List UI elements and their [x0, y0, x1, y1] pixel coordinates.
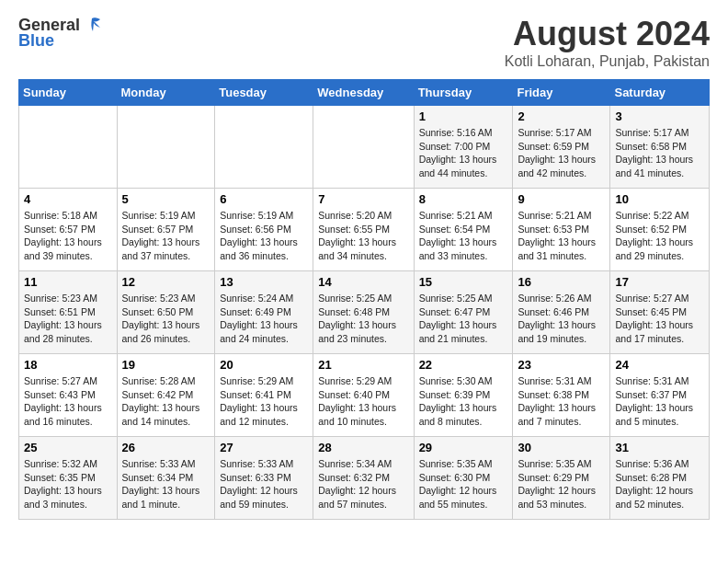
day-number: 6 [220, 192, 308, 206]
day-number: 2 [518, 109, 605, 123]
day-cell-23: 23Sunrise: 5:31 AM Sunset: 6:38 PM Dayli… [513, 354, 610, 437]
day-cell-3: 3Sunrise: 5:17 AM Sunset: 6:58 PM Daylig… [610, 106, 710, 189]
week-row-1: 1Sunrise: 5:16 AM Sunset: 7:00 PM Daylig… [19, 106, 710, 189]
day-cell-11: 11Sunrise: 5:23 AM Sunset: 6:51 PM Dayli… [19, 271, 118, 354]
day-number: 5 [122, 192, 210, 206]
day-cell-empty [313, 106, 414, 189]
header-monday: Monday [117, 80, 215, 106]
day-number: 29 [419, 441, 508, 454]
day-info: Sunrise: 5:27 AM Sunset: 6:43 PM Dayligh… [24, 374, 112, 429]
day-info: Sunrise: 5:35 AM Sunset: 6:30 PM Dayligh… [419, 457, 508, 511]
day-cell-12: 12Sunrise: 5:23 AM Sunset: 6:50 PM Dayli… [117, 271, 215, 354]
day-info: Sunrise: 5:31 AM Sunset: 6:37 PM Dayligh… [615, 374, 704, 429]
day-cell-10: 10Sunrise: 5:22 AM Sunset: 6:52 PM Dayli… [610, 189, 710, 271]
day-number: 7 [318, 192, 408, 206]
day-cell-28: 28Sunrise: 5:34 AM Sunset: 6:32 PM Dayli… [313, 437, 414, 520]
day-info: Sunrise: 5:19 AM Sunset: 6:56 PM Dayligh… [220, 209, 308, 263]
day-info: Sunrise: 5:21 AM Sunset: 6:54 PM Dayligh… [419, 209, 508, 263]
day-number: 28 [318, 441, 408, 454]
day-info: Sunrise: 5:25 AM Sunset: 6:48 PM Dayligh… [318, 292, 408, 346]
day-info: Sunrise: 5:24 AM Sunset: 6:49 PM Dayligh… [220, 292, 308, 346]
day-info: Sunrise: 5:35 AM Sunset: 6:29 PM Dayligh… [518, 457, 605, 511]
header-tuesday: Tuesday [215, 80, 313, 106]
day-info: Sunrise: 5:23 AM Sunset: 6:51 PM Dayligh… [24, 292, 112, 346]
day-number: 22 [419, 358, 508, 372]
day-cell-18: 18Sunrise: 5:27 AM Sunset: 6:43 PM Dayli… [19, 354, 118, 437]
day-cell-empty [117, 106, 215, 189]
week-row-2: 4Sunrise: 5:18 AM Sunset: 6:57 PM Daylig… [19, 189, 710, 271]
header-friday: Friday [513, 80, 610, 106]
day-cell-22: 22Sunrise: 5:30 AM Sunset: 6:39 PM Dayli… [414, 354, 513, 437]
day-number: 8 [419, 192, 508, 206]
day-info: Sunrise: 5:21 AM Sunset: 6:53 PM Dayligh… [518, 209, 605, 263]
day-cell-8: 8Sunrise: 5:21 AM Sunset: 6:54 PM Daylig… [414, 189, 513, 271]
day-info: Sunrise: 5:17 AM Sunset: 6:59 PM Dayligh… [518, 126, 605, 180]
day-number: 3 [615, 109, 704, 123]
day-cell-29: 29Sunrise: 5:35 AM Sunset: 6:30 PM Dayli… [414, 437, 513, 520]
day-number: 11 [24, 275, 112, 289]
day-number: 4 [24, 192, 112, 206]
header-thursday: Thursday [414, 80, 513, 106]
day-cell-27: 27Sunrise: 5:33 AM Sunset: 6:33 PM Dayli… [215, 437, 313, 520]
logo: General Blue [18, 15, 102, 51]
day-number: 24 [615, 358, 704, 372]
day-number: 17 [615, 275, 704, 289]
day-number: 14 [318, 275, 408, 289]
day-cell-16: 16Sunrise: 5:26 AM Sunset: 6:46 PM Dayli… [513, 271, 610, 354]
day-number: 20 [220, 358, 308, 372]
day-info: Sunrise: 5:26 AM Sunset: 6:46 PM Dayligh… [518, 292, 605, 346]
logo-bird-icon [82, 15, 102, 35]
day-number: 30 [518, 441, 605, 454]
day-info: Sunrise: 5:29 AM Sunset: 6:41 PM Dayligh… [220, 374, 308, 429]
day-info: Sunrise: 5:31 AM Sunset: 6:38 PM Dayligh… [518, 374, 605, 429]
day-number: 1 [419, 109, 508, 123]
week-row-3: 11Sunrise: 5:23 AM Sunset: 6:51 PM Dayli… [19, 271, 710, 354]
day-number: 18 [24, 358, 112, 372]
day-info: Sunrise: 5:25 AM Sunset: 6:47 PM Dayligh… [419, 292, 508, 346]
day-cell-9: 9Sunrise: 5:21 AM Sunset: 6:53 PM Daylig… [513, 189, 610, 271]
header-saturday: Saturday [610, 80, 710, 106]
header-wednesday: Wednesday [313, 80, 414, 106]
day-info: Sunrise: 5:23 AM Sunset: 6:50 PM Dayligh… [122, 292, 210, 346]
day-info: Sunrise: 5:33 AM Sunset: 6:33 PM Dayligh… [220, 457, 308, 511]
day-info: Sunrise: 5:36 AM Sunset: 6:28 PM Dayligh… [615, 457, 704, 511]
week-row-4: 18Sunrise: 5:27 AM Sunset: 6:43 PM Dayli… [19, 354, 710, 437]
day-number: 12 [122, 275, 210, 289]
day-cell-7: 7Sunrise: 5:20 AM Sunset: 6:55 PM Daylig… [313, 189, 414, 271]
day-number: 16 [518, 275, 605, 289]
day-cell-26: 26Sunrise: 5:33 AM Sunset: 6:34 PM Dayli… [117, 437, 215, 520]
day-cell-13: 13Sunrise: 5:24 AM Sunset: 6:49 PM Dayli… [215, 271, 313, 354]
day-cell-17: 17Sunrise: 5:27 AM Sunset: 6:45 PM Dayli… [610, 271, 710, 354]
day-info: Sunrise: 5:20 AM Sunset: 6:55 PM Dayligh… [318, 209, 408, 263]
day-info: Sunrise: 5:17 AM Sunset: 6:58 PM Dayligh… [615, 126, 704, 180]
day-cell-30: 30Sunrise: 5:35 AM Sunset: 6:29 PM Dayli… [513, 437, 610, 520]
day-info: Sunrise: 5:18 AM Sunset: 6:57 PM Dayligh… [24, 209, 112, 263]
day-cell-5: 5Sunrise: 5:19 AM Sunset: 6:57 PM Daylig… [117, 189, 215, 271]
day-cell-19: 19Sunrise: 5:28 AM Sunset: 6:42 PM Dayli… [117, 354, 215, 437]
day-number: 15 [419, 275, 508, 289]
header: General Blue August 2024 Kotli Loharan, … [18, 15, 710, 70]
day-number: 21 [318, 358, 408, 372]
day-cell-31: 31Sunrise: 5:36 AM Sunset: 6:28 PM Dayli… [610, 437, 710, 520]
day-info: Sunrise: 5:33 AM Sunset: 6:34 PM Dayligh… [122, 457, 210, 511]
day-cell-1: 1Sunrise: 5:16 AM Sunset: 7:00 PM Daylig… [414, 106, 513, 189]
day-info: Sunrise: 5:32 AM Sunset: 6:35 PM Dayligh… [24, 457, 112, 511]
calendar-subtitle: Kotli Loharan, Punjab, Pakistan [505, 53, 710, 70]
day-cell-2: 2Sunrise: 5:17 AM Sunset: 6:59 PM Daylig… [513, 106, 610, 189]
day-number: 31 [615, 441, 704, 454]
day-info: Sunrise: 5:19 AM Sunset: 6:57 PM Dayligh… [122, 209, 210, 263]
day-number: 9 [518, 192, 605, 206]
day-info: Sunrise: 5:29 AM Sunset: 6:40 PM Dayligh… [318, 374, 408, 429]
day-number: 13 [220, 275, 308, 289]
day-cell-4: 4Sunrise: 5:18 AM Sunset: 6:57 PM Daylig… [19, 189, 118, 271]
day-cell-24: 24Sunrise: 5:31 AM Sunset: 6:37 PM Dayli… [610, 354, 710, 437]
day-cell-20: 20Sunrise: 5:29 AM Sunset: 6:41 PM Dayli… [215, 354, 313, 437]
day-number: 26 [122, 441, 210, 454]
header-sunday: Sunday [19, 80, 118, 106]
day-number: 23 [518, 358, 605, 372]
day-info: Sunrise: 5:22 AM Sunset: 6:52 PM Dayligh… [615, 209, 704, 263]
day-info: Sunrise: 5:30 AM Sunset: 6:39 PM Dayligh… [419, 374, 508, 429]
day-cell-empty [19, 106, 118, 189]
week-row-5: 25Sunrise: 5:32 AM Sunset: 6:35 PM Dayli… [19, 437, 710, 520]
day-info: Sunrise: 5:16 AM Sunset: 7:00 PM Dayligh… [419, 126, 508, 180]
